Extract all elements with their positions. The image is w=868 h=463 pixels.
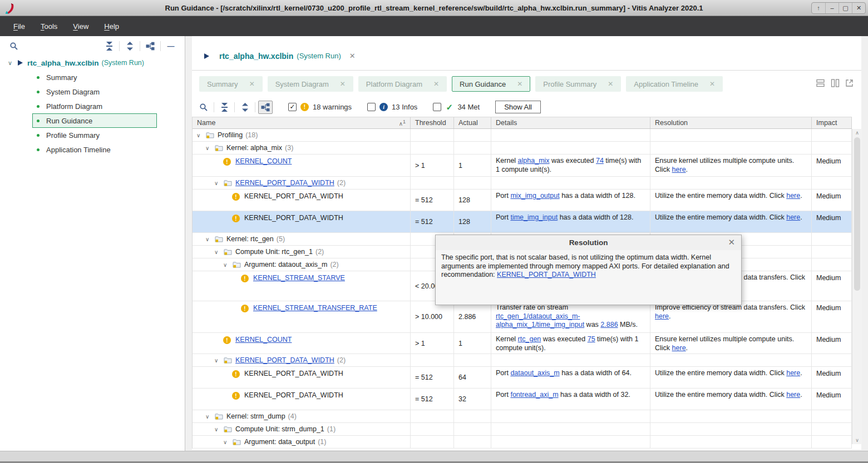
inline-link[interactable]: alpha_mix [518,157,550,165]
column-header-name[interactable]: Name ∧1 [193,117,411,128]
tab-platform-diagram[interactable]: Platform Diagram✕ [358,76,447,92]
inline-link[interactable]: mix_img_output [510,192,559,200]
tab-run-guidance[interactable]: Run Guidance✕ [452,76,530,92]
menu-file[interactable]: File [6,18,33,34]
close-icon[interactable]: ✕ [728,237,735,247]
menu-help[interactable]: Help [96,18,127,34]
guidance-rule-row[interactable]: !KERNEL_COUNT> 11Kernel rtc_gen was exec… [193,333,852,354]
chevron-down-icon[interactable]: ∨ [223,262,233,268]
rule-link[interactable]: KERNEL_STREAM_STARVE [253,274,345,282]
column-header-threshold[interactable]: Threshold [411,117,454,128]
minimize-window-icon[interactable]: – [825,3,839,13]
guidance-group-row[interactable]: ∨Profiling(18) [193,129,852,142]
guidance-group-row[interactable]: ∨Argument: data_output(1) [193,436,852,449]
shade-window-icon[interactable]: ↑ [812,3,825,13]
inline-link[interactable]: KERNEL_PORT_DATA_WIDTH [497,271,596,278]
guidance-rule-row[interactable]: !KERNEL_STREAM_TRANSFER_RATE> 10.0002.88… [193,301,852,333]
chevron-down-icon[interactable]: ∨ [214,426,224,432]
guidance-rule-row[interactable]: !KERNEL_PORT_DATA_WIDTH= 51264Port datao… [193,367,852,389]
rule-link[interactable]: KERNEL_COUNT [235,157,292,165]
guidance-group-row[interactable]: ∨Kernel: alpha_mix(3) [193,142,852,155]
close-icon[interactable]: ✕ [709,80,715,88]
sort-indicator[interactable]: ∧1 [399,119,406,127]
rule-link[interactable]: KERNEL_COUNT [235,336,292,343]
guidance-rule-row[interactable]: !KERNEL_PORT_DATA_WIDTH= 51232Port fontr… [193,389,852,410]
column-header-resolution[interactable]: Resolution [650,117,812,128]
open-new-window-icon[interactable] [845,79,854,89]
inline-link[interactable]: here [786,213,800,221]
inline-link[interactable]: 2.886 [600,321,618,328]
close-window-icon[interactable]: ✕ [852,3,865,13]
guidance-group-row[interactable]: ∨Kernel: strm_dump(4) [193,410,852,423]
inline-link[interactable]: here [786,369,800,377]
maximize-window-icon[interactable]: ▢ [839,3,852,13]
scrollbar-thumb[interactable] [854,137,860,291]
sidebar-item-summary[interactable]: Summary [32,70,157,84]
checkbox[interactable] [367,103,376,111]
inline-link[interactable]: here [672,166,686,173]
column-header-details[interactable]: Details [491,117,650,128]
chevron-down-icon[interactable]: ∨ [205,414,215,420]
column-header-impact[interactable]: Impact [812,117,852,128]
chevron-down-icon[interactable]: ∨ [214,357,224,364]
tab-application-timeline[interactable]: Application Timeline✕ [626,76,723,92]
tab-summary[interactable]: Summary✕ [199,76,263,92]
inline-link[interactable]: here [672,344,686,352]
chevron-down-icon[interactable]: ∨ [214,249,224,255]
inline-link[interactable]: here [786,192,800,200]
checkbox[interactable] [433,103,441,111]
guidance-rule-row[interactable]: !KERNEL_COUNT> 11Kernel alpha_mix was ex… [193,155,852,177]
group-link[interactable]: KERNEL_PORT_DATA_WIDTH [235,356,334,364]
sidebar-item-platform-diagram[interactable]: Platform Diagram [32,99,157,113]
expand-all-icon[interactable] [122,39,137,53]
close-icon[interactable]: ✕ [249,80,255,88]
inline-link[interactable]: 74 [596,157,604,165]
tab-profile-summary[interactable]: Profile Summary✕ [535,76,621,92]
scroll-up-icon[interactable]: ∧ [852,130,862,136]
minimize-panel-icon[interactable]: — [164,39,178,53]
inline-link[interactable]: dataout_axis_m [510,369,559,377]
sidebar-item-run-guidance[interactable]: Run Guidance [32,113,157,128]
split-vertical-icon[interactable] [831,79,840,89]
expand-all-icon[interactable] [238,101,252,114]
inline-link[interactable]: 75 [588,335,595,343]
inline-link[interactable]: rtc_gen_1/dataout_axis_m-alpha_mix_1/tim… [496,312,584,329]
chevron-down-icon[interactable]: ∨ [205,236,215,242]
sidebar-item-application-timeline[interactable]: Application Timeline [32,142,157,157]
search-icon[interactable] [7,39,21,53]
guidance-group-row[interactable]: ∨KERNEL_PORT_DATA_WIDTH(2) [193,354,852,367]
split-horizontal-icon[interactable] [816,79,825,89]
hierarchy-view-icon[interactable] [258,101,273,114]
tree-root-node[interactable]: ∨ rtc_alpha_hw.xclbin (System Run) [0,56,185,70]
rule-link[interactable]: KERNEL_STREAM_TRANSFER_RATE [253,304,377,312]
guidance-group-row[interactable]: ∨KERNEL_PORT_DATA_WIDTH(2) [193,177,852,190]
tab-system-diagram[interactable]: System Diagram✕ [268,76,353,92]
close-icon[interactable]: ✕ [433,80,439,88]
inline-link[interactable]: here [786,391,800,399]
chevron-down-icon[interactable]: ∨ [223,439,233,445]
close-icon[interactable]: ✕ [340,80,346,88]
search-icon[interactable] [196,101,211,114]
show-all-button[interactable]: Show All [495,101,541,113]
menu-tools[interactable]: Tools [33,18,65,34]
inline-link[interactable]: rtc_gen [518,335,541,343]
chevron-down-icon[interactable]: ∨ [8,59,18,67]
sidebar-item-profile-summary[interactable]: Profile Summary [32,128,157,142]
column-header-actual[interactable]: Actual [454,117,491,128]
checkbox[interactable]: ✓ [288,103,297,111]
group-link[interactable]: KERNEL_PORT_DATA_WIDTH [235,179,334,187]
close-icon[interactable]: ✕ [349,52,356,60]
sidebar-item-system-diagram[interactable]: System Diagram [32,84,157,99]
collapse-all-icon[interactable] [102,39,116,53]
inline-link[interactable]: fontread_axi_m [510,391,558,399]
scroll-down-icon[interactable]: ∨ [852,437,862,443]
inline-link[interactable]: here [655,312,669,320]
chevron-down-icon[interactable]: ∨ [214,180,224,186]
guidance-rule-row[interactable]: !KERNEL_PORT_DATA_WIDTH= 512128Port mix_… [193,190,852,211]
document-tab[interactable]: rtc_alpha_hw.xclbin (System Run) ✕ [192,36,861,71]
hierarchy-view-icon[interactable] [143,39,157,53]
chevron-down-icon[interactable]: ∨ [196,132,206,138]
vertical-scrollbar[interactable]: ∧ ∨ [852,129,862,444]
close-icon[interactable]: ✕ [517,80,522,88]
guidance-group-row[interactable]: ∨Compute Unit: strm_dump_1(1) [193,423,852,436]
